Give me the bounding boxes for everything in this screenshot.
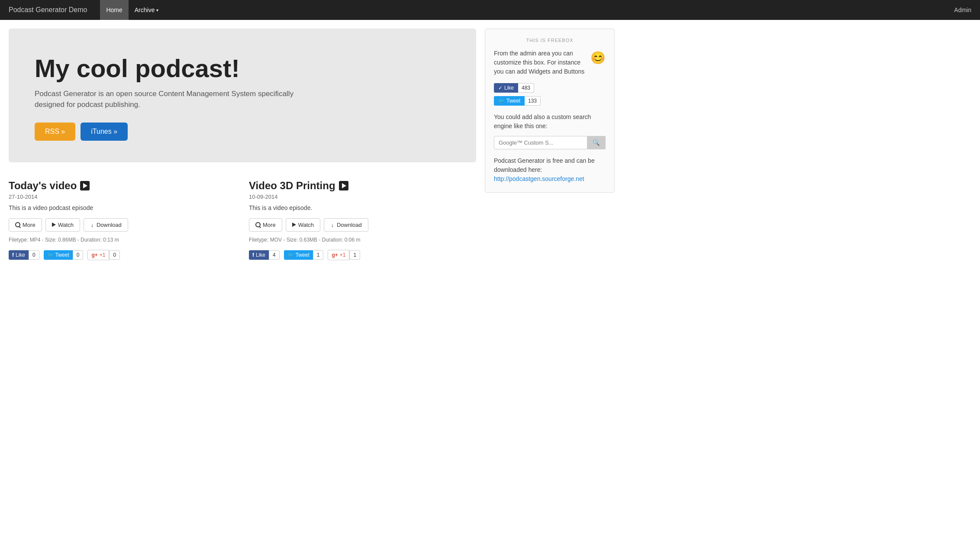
episode-2-watch-button[interactable]: Watch xyxy=(286,218,320,232)
episode-1-social: f Like 0 🐦 Tweet 0 g+ xyxy=(9,250,236,260)
sidebar-tweet-row: 🐦 Tweet 133 xyxy=(494,96,606,106)
freebox-search-text: You could add also a custom search engin… xyxy=(494,113,606,131)
fb-icon: f xyxy=(12,252,14,258)
episode-2-more-button[interactable]: More xyxy=(249,218,282,232)
navbar: Podcast Generator Demo Home Archive ▾ Ad… xyxy=(0,0,980,20)
fb-icon-2: f xyxy=(252,252,254,258)
sidebar: THIS IS FREEBOX From the admin area you … xyxy=(485,29,615,265)
gplus-count-1: 0 xyxy=(109,250,120,260)
search-box: 🔍 xyxy=(494,136,606,149)
navbar-nav: Home Archive ▾ xyxy=(100,0,954,20)
sidebar-fb-like-button[interactable]: ✓ Like xyxy=(494,83,518,93)
download-icon-2 xyxy=(330,222,335,228)
itunes-button[interactable]: iTunes » xyxy=(81,123,128,141)
search-button[interactable]: 🔍 xyxy=(587,136,606,149)
freebox: THIS IS FREEBOX From the admin area you … xyxy=(485,29,615,193)
episode-1: Today's video 27-10-2014 This is a video… xyxy=(9,175,236,265)
rss-button[interactable]: RSS » xyxy=(35,123,75,141)
download-icon xyxy=(90,222,94,228)
nav-item-archive[interactable]: Archive ▾ xyxy=(129,0,165,20)
search-icon-2 xyxy=(255,222,261,227)
episode-1-meta: Filetype: MP4 - Size: 0.86MB - Duration:… xyxy=(9,237,236,243)
fb-like-group-2: f Like 4 xyxy=(249,250,280,260)
checkmark-icon: ✓ xyxy=(498,85,503,91)
hero-description: Podcast Generator is an open source Cont… xyxy=(35,88,294,110)
gplus-group-1: g+ +1 0 xyxy=(87,250,120,260)
play-icon-sm xyxy=(52,223,56,227)
episode-2-meta: Filetype: MOV - Size: 0.63MB - Duration:… xyxy=(249,237,476,243)
freebox-text: From the admin area you can customize th… xyxy=(494,49,606,76)
episode-1-watch-button[interactable]: Watch xyxy=(45,218,80,232)
hero-buttons: RSS » iTunes » xyxy=(35,123,450,141)
twitter-icon-2: 🐦 xyxy=(287,252,294,258)
episodes-grid: Today's video 27-10-2014 This is a video… xyxy=(9,175,476,265)
sidebar-tweet-button[interactable]: 🐦 Tweet xyxy=(494,96,525,106)
episode-2: Video 3D Printing 10-09-2014 This is a v… xyxy=(249,175,476,265)
episode-2-date: 10-09-2014 xyxy=(249,194,476,200)
navbar-brand: Podcast Generator Demo xyxy=(9,6,87,14)
sidebar-fb-count: 483 xyxy=(518,83,534,93)
admin-link[interactable]: Admin xyxy=(954,6,971,13)
fb-like-group-1: f Like 0 xyxy=(9,250,39,260)
fb-count-1: 0 xyxy=(29,250,39,260)
episode-1-description: This is a video podcast episode xyxy=(9,204,236,211)
episode-1-buttons: More Watch Download xyxy=(9,218,236,232)
episode-2-social: f Like 4 🐦 Tweet 1 g+ xyxy=(249,250,476,260)
tw-count-2: 1 xyxy=(313,250,324,260)
gplus-button-2[interactable]: g+ +1 xyxy=(328,250,349,260)
episode-1-title: Today's video xyxy=(9,180,236,192)
freebox-footer: Podcast Generator is free and can be dow… xyxy=(494,156,606,184)
gplus-button-1[interactable]: g+ +1 xyxy=(87,250,109,260)
twitter-icon: 🐦 xyxy=(47,252,54,258)
twitter-side-icon: 🐦 xyxy=(498,98,505,104)
episode-1-date: 27-10-2014 xyxy=(9,194,236,200)
fb-count-2: 4 xyxy=(269,250,280,260)
fb-like-button-2[interactable]: f Like xyxy=(249,250,269,260)
tw-tweet-button-1[interactable]: 🐦 Tweet xyxy=(44,250,73,260)
play-icon-2 xyxy=(339,181,348,190)
gplus-count-2: 1 xyxy=(349,250,360,260)
tw-tweet-button-2[interactable]: 🐦 Tweet xyxy=(284,250,313,260)
hero-title: My cool podcast! xyxy=(35,55,450,82)
freebox-link[interactable]: http://podcastgen.sourceforge.net xyxy=(494,175,584,182)
search-input[interactable] xyxy=(494,136,587,149)
episode-2-title: Video 3D Printing xyxy=(249,180,476,192)
sidebar-social: ✓ Like 483 🐦 Tweet 133 xyxy=(494,83,606,106)
tw-tweet-group-2: 🐦 Tweet 1 xyxy=(284,250,324,260)
episode-2-buttons: More Watch Download xyxy=(249,218,476,232)
hero-section: My cool podcast! Podcast Generator is an… xyxy=(9,29,476,162)
sidebar-tweet-count: 133 xyxy=(525,96,541,106)
gplus-icon-2: g+ xyxy=(332,252,338,258)
episode-2-download-button[interactable]: Download xyxy=(324,218,368,232)
play-icon xyxy=(80,181,90,190)
episode-2-description: This is a video episode. xyxy=(249,204,476,211)
gplus-group-2: g+ +1 1 xyxy=(328,250,360,260)
sidebar-like-row: ✓ Like 483 xyxy=(494,83,606,93)
nav-item-home[interactable]: Home xyxy=(100,0,128,20)
tw-tweet-group-1: 🐦 Tweet 0 xyxy=(44,250,84,260)
episode-1-more-button[interactable]: More xyxy=(9,218,42,232)
fb-like-button-1[interactable]: f Like xyxy=(9,250,29,260)
search-icon-sidebar: 🔍 xyxy=(593,139,600,146)
emoji-icon: 😊 xyxy=(590,49,606,67)
episode-1-download-button[interactable]: Download xyxy=(84,218,128,232)
play-icon-sm-2 xyxy=(292,223,296,227)
content-area: My cool podcast! Podcast Generator is an… xyxy=(9,29,476,265)
gplus-icon: g+ xyxy=(91,252,97,258)
tw-count-1: 0 xyxy=(73,250,84,260)
search-icon xyxy=(15,222,20,227)
freebox-title: THIS IS FREEBOX xyxy=(494,38,606,43)
main-container: My cool podcast! Podcast Generator is an… xyxy=(0,20,623,273)
dropdown-arrow-icon: ▾ xyxy=(156,8,158,13)
